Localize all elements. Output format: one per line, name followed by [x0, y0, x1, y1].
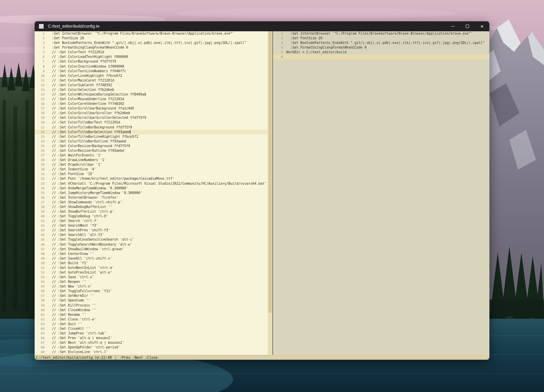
- code-line[interactable]: 2 :Set FontSize 20: [273, 36, 489, 41]
- code-line[interactable]: 39 // :Set ShowBufferList 'ctrl-p': [35, 209, 268, 214]
- line-number: 54: [35, 280, 45, 284]
- line-text-wrap: WorkDir = C:/text_editor/build: [283, 50, 347, 55]
- code-line[interactable]: 15 // :Set ColorMouseUnderline ff21201d: [35, 97, 268, 101]
- code-line[interactable]: 17 // :Set ColorScrollbarBackground ffa1…: [35, 106, 268, 111]
- code-line[interactable]: 51 // :Set GotoNextInList 'ctrl-e': [35, 266, 268, 270]
- code-line[interactable]: 19 // :Set ColorScrollbarScrollerSelecte…: [35, 115, 268, 120]
- editor-pane-left[interactable]: 1 :Set InternetBrowser '"C:/Program File…: [35, 31, 268, 355]
- window-titlebar[interactable]: C:/text_editor/build/config.te ✕: [35, 21, 489, 31]
- code-line[interactable]: 33 // :Set VCVarsall 'C:/Program Files/M…: [35, 181, 268, 186]
- code-line[interactable]: 23 // :Set ColorTitleBarLineHighlight ff…: [35, 134, 268, 139]
- code-line[interactable]: 26 // :Set ColorResizerOutline ff93aebd: [35, 148, 268, 153]
- code-line[interactable]: 41 // :Set Search 'ctrl-f': [35, 219, 268, 223]
- code-line[interactable]: 46 // :Set ToggleSearchWordBoundary 'alt…: [35, 242, 268, 247]
- code-line[interactable]: 6: [273, 55, 489, 59]
- code-line[interactable]: 27 // :Set WaitForEvents '1': [35, 153, 268, 158]
- code-line[interactable]: 63 // :Set Quit '': [35, 322, 268, 326]
- code-line[interactable]: 22 // :Set ColorTitleBarSelection ff93ae…: [35, 130, 268, 134]
- code-line[interactable]: 10 // :Set ColorLineHighlight ffbce5f2: [35, 74, 268, 78]
- code-line[interactable]: 66 // :Set Prev 'alt-q | mousex1': [35, 336, 268, 340]
- line-number: 6: [35, 55, 45, 59]
- code-line[interactable]: 32 // :Set Font '/home/krz/text_editor/p…: [35, 176, 268, 181]
- line-text-wrap: :Set FontSize 20: [283, 36, 322, 41]
- code-line[interactable]: 62 // :Set Close 'ctrl-w': [35, 317, 268, 322]
- code-line[interactable]: 45 // :Set ToggleCaseSensitiveSearch 'al…: [35, 237, 268, 242]
- code-line[interactable]: 61 // :Set Rename '': [35, 312, 268, 317]
- code-line[interactable]: 12 // :Set ColorSubCaret ff748392: [35, 83, 268, 88]
- status-commands[interactable]: :Prev :Next :Close: [120, 355, 158, 359]
- line-text-wrap: // :Set ColorResizerBackground ffd7f5f9: [45, 144, 130, 148]
- code-line[interactable]: 34 // :Set UndoMergeTimeWindow '0.300000…: [35, 186, 268, 191]
- code-line[interactable]: 16 // :Set ColorCaretUnderline ff748392: [35, 101, 268, 106]
- code-line[interactable]: 5 // :Set ColorText ff21201d: [35, 50, 268, 55]
- code-line[interactable]: 43 // :Set SearchPrev 'shift-f3': [35, 228, 268, 233]
- code-line[interactable]: 37 // :Set ShowCommands 'ctrl-shift-p': [35, 200, 268, 205]
- code-line[interactable]: 38 // :Set ShowDebugBufferList '': [35, 205, 268, 209]
- code-line[interactable]: 54 // :Set Reopen '': [35, 280, 268, 284]
- code-line[interactable]: 48 // :Set CenterView '': [35, 252, 268, 256]
- code-line[interactable]: 6 // :Set ColorLoadTextHighlight f000000: [35, 55, 268, 59]
- code-line[interactable]: 30 // :Set IndentSize '4': [35, 167, 268, 172]
- code-line[interactable]: 5 WorkDir = C:/text_editor/build: [273, 50, 489, 55]
- code-line[interactable]: 29 // :Set DrawScrollbar '1': [35, 162, 268, 167]
- left-pane-scrollbar[interactable]: [268, 31, 272, 355]
- code-line[interactable]: 18 // :Set ColorScrollbarScroller ffb2db…: [35, 111, 268, 115]
- line-number: 25: [35, 144, 45, 148]
- code-line[interactable]: 59 // :Set KillProcess '': [35, 303, 268, 308]
- code-line[interactable]: 68 // :Set OpenUpFolder 'ctrl-period': [35, 345, 268, 350]
- code-line[interactable]: 20 // :Set ColorTitleBarText ff21201d: [35, 120, 268, 125]
- code-line[interactable]: 65 // :Set JumpPrev 'ctrl-tab': [35, 331, 268, 336]
- code-line[interactable]: 28 // :Set DrawLineNumbers '1': [35, 158, 268, 162]
- line-text: // :Set ToggleDebug 'ctrl-0': [48, 214, 108, 218]
- code-line[interactable]: 25 // :Set ColorResizerBackground ffd7f5…: [35, 144, 268, 148]
- line-text-wrap: // :Set ColorCaretUnderline ff748392: [45, 101, 124, 106]
- maximize-button[interactable]: [460, 21, 475, 31]
- line-number: 1: [273, 31, 283, 36]
- line-number: 18: [35, 111, 45, 115]
- line-text: // :Set Next 'alt-shift-q | mousex2': [48, 341, 124, 344]
- code-line[interactable]: 67 // :Set Next 'alt-shift-q | mousex2': [35, 340, 268, 345]
- code-line[interactable]: 55 // :Set New 'ctrl-n': [35, 284, 268, 289]
- code-line[interactable]: 57 // :Set SetWorkDir '': [35, 294, 268, 298]
- minimize-button[interactable]: [445, 21, 460, 31]
- code-line[interactable]: 58 // :Set OpenCode '': [35, 298, 268, 303]
- code-line[interactable]: 3 :Set NonCodePatterns_EndsWith ".git/|.…: [35, 41, 268, 45]
- code-line[interactable]: 60 // :Set CloseWindow '': [35, 308, 268, 312]
- code-line[interactable]: 52 // :Set GotoPrevInList 'alt-e': [35, 270, 268, 275]
- code-line[interactable]: 24 // :Set ColorTitleBarOutline ff93aebd: [35, 139, 268, 144]
- line-number: 53: [35, 275, 45, 280]
- code-line[interactable]: 3 :Set NonCodePatterns_EndsWith ".git/|.…: [273, 41, 489, 45]
- close-button[interactable]: ✕: [475, 21, 489, 31]
- scrollbar-thumb[interactable]: [268, 31, 272, 313]
- code-line[interactable]: 53 // :Set Save 'ctrl-s': [35, 275, 268, 280]
- code-line[interactable]: 47 // :Set ShowBuildWindow 'ctrl-grave': [35, 247, 268, 252]
- code-line[interactable]: 50 // :Set Build 'f1': [35, 261, 268, 266]
- code-line[interactable]: 69 // :Set EncloseLine 'ctrl-l': [35, 350, 268, 354]
- code-line[interactable]: 2 :Set FontSize 20: [35, 36, 268, 41]
- line-text: // :Set JumpHistoryMergeTimeWindow '0.30…: [48, 191, 142, 195]
- code-line[interactable]: 4 :Set FormatUsingClangFormatWhenCCode 0: [35, 45, 268, 50]
- line-number: 29: [35, 162, 45, 167]
- code-line[interactable]: 13 // :Set ColorSelection ffb2dbeb: [35, 88, 268, 92]
- window-controls: ✕: [445, 21, 489, 31]
- code-line[interactable]: 8 // :Set ColorInactiveWindow 1f000000: [35, 64, 268, 69]
- code-line[interactable]: 42 // :Set SearchNext 'f3': [35, 223, 268, 228]
- code-line[interactable]: 36 // :Set InternetBrowser 'firefox': [35, 195, 268, 200]
- code-line[interactable]: 11 // :Set ColorMainCaret ff21201d: [35, 78, 268, 83]
- code-line[interactable]: 56 // :Set ToggleFullscreen 'f11': [35, 289, 268, 294]
- code-line[interactable]: 44 // :Set SearchAll 'alt-f3': [35, 233, 268, 237]
- code-line[interactable]: 64 // :Set CloseAll '': [35, 326, 268, 331]
- code-line[interactable]: 49 // :Set SaveAll 'ctrl-shift-s': [35, 256, 268, 261]
- code-line[interactable]: 14 // :Set ColorWhitespaceDuringSelectio…: [35, 92, 268, 97]
- code-line[interactable]: 1 :Set InternetBrowser '"C:/Program File…: [273, 31, 489, 36]
- code-line[interactable]: 7 // :Set ColorBackground ffd7f5f9: [35, 59, 268, 64]
- code-line[interactable]: 1 :Set InternetBrowser '"C:/Program File…: [35, 31, 268, 36]
- build-pane-right[interactable]: 1 :Set InternetBrowser '"C:/Program File…: [273, 31, 489, 355]
- line-number: 22: [35, 130, 45, 134]
- code-line[interactable]: 35 // :Set JumpHistoryMergeTimeWindow '0…: [35, 191, 268, 195]
- code-line[interactable]: 9 // :Set ColorTextLineNumbers ff646f7c: [35, 69, 268, 74]
- code-line[interactable]: 40 // :Set ToggleDebug 'ctrl-0': [35, 214, 268, 219]
- code-line[interactable]: 31 // :Set FontSize '15': [35, 172, 268, 176]
- code-line[interactable]: 21 // :Set ColorTitleBarBackground ffd7f…: [35, 125, 268, 130]
- code-line[interactable]: 4 :Set FormatUsingClangFormatWhenCCode 0: [273, 45, 489, 50]
